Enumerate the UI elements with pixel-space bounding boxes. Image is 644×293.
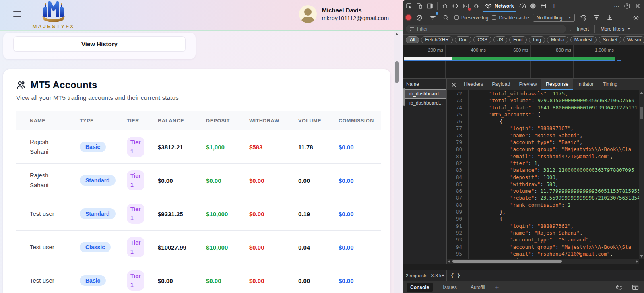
- scroll-right-arrow-icon[interactable]: [636, 260, 638, 263]
- type-chip-wasm[interactable]: Wasm: [623, 36, 644, 43]
- column-header: Name: [30, 118, 80, 124]
- network-settings-gear-icon[interactable]: [631, 13, 641, 23]
- type-chip-media[interactable]: Media: [547, 36, 568, 43]
- code-line: 85"withdraw": 583,: [447, 181, 644, 188]
- type-chip-all[interactable]: All: [406, 36, 419, 43]
- record-network-log-icon[interactable]: [406, 15, 411, 20]
- throttling-select[interactable]: No throttling ▼: [533, 14, 575, 22]
- search-icon[interactable]: [441, 13, 451, 23]
- user-chip[interactable]: Michael Davis mkroy101112@gmail.com: [299, 5, 389, 23]
- elements-tab-icon[interactable]: [450, 1, 460, 11]
- invert-checkbox[interactable]: Invert: [570, 26, 589, 32]
- type-chip-fetchxhr[interactable]: Fetch/XHR: [421, 36, 453, 43]
- detail-tab-initiator[interactable]: Initiator: [573, 79, 598, 90]
- line-number: 75: [447, 111, 462, 118]
- wifi-icon: [485, 3, 492, 9]
- mt5-accounts-card: MT5 Accounts View all your MT5 trading a…: [3, 69, 390, 293]
- filter-toggle-icon[interactable]: [428, 13, 438, 23]
- format-response-button[interactable]: { }: [451, 272, 460, 279]
- page-scrollbar[interactable]: [394, 31, 400, 293]
- response-viewer[interactable]: 72"total_withdrawals": 1175,73"total_vol…: [447, 90, 644, 264]
- export-har-icon[interactable]: [605, 13, 615, 23]
- code-line: 77"login": "888897167",: [447, 125, 644, 132]
- debug-bug-icon[interactable]: [471, 1, 481, 11]
- type-chip-socket[interactable]: Socket: [599, 36, 621, 43]
- type-chip-js[interactable]: JS: [493, 36, 507, 43]
- response-horizontal-scrollbar[interactable]: [447, 259, 639, 264]
- vscroll-thumb[interactable]: [640, 107, 643, 119]
- view-history-button[interactable]: View History: [13, 36, 186, 52]
- close-devtools-icon[interactable]: [633, 1, 642, 11]
- cell-name: Test user: [30, 242, 67, 252]
- scroll-down-arrow-icon[interactable]: [640, 255, 643, 258]
- detail-tab-headers[interactable]: Headers: [460, 79, 487, 90]
- network-tab[interactable]: Network: [482, 0, 517, 12]
- close-detail-icon[interactable]: [448, 80, 460, 89]
- welcome-home-icon[interactable]: [440, 1, 450, 11]
- scroll-left-arrow-icon[interactable]: [448, 260, 450, 263]
- requests-count: 2 requests: [406, 273, 427, 278]
- cell-deposit: $10,000: [206, 210, 249, 217]
- performance-tab-icon[interactable]: [518, 1, 527, 11]
- page-scrollbar-thumb[interactable]: [395, 61, 399, 83]
- preserve-log-checkbox[interactable]: Preserve log: [454, 15, 488, 21]
- request-row[interactable]: ib_dashboard...: [402, 99, 446, 108]
- detail-tab-timing[interactable]: Timing: [598, 79, 622, 90]
- application-tab-icon[interactable]: [539, 1, 548, 11]
- request-row[interactable]: ib_dashboard...: [402, 89, 446, 99]
- disable-cache-checkbox[interactable]: Disable cache: [492, 15, 529, 21]
- add-drawer-tab-icon[interactable]: +: [495, 284, 499, 291]
- browser-page: MAJESTYFX Michael Davis mkroy101112@gmai…: [0, 0, 406, 293]
- checkbox-icon[interactable]: [454, 15, 459, 20]
- network-overview-timeline[interactable]: 200 ms400 ms600 ms800 ms1,000 ms: [402, 45, 644, 79]
- drawer-tab-issues[interactable]: Issues: [439, 283, 460, 292]
- memory-tab-icon[interactable]: [528, 1, 538, 11]
- dock-side-icon[interactable]: [425, 1, 435, 11]
- detail-tab-response[interactable]: Response: [541, 79, 573, 90]
- import-har-icon[interactable]: [592, 13, 601, 23]
- type-badge: Standard: [80, 175, 116, 186]
- overflow-menu-icon[interactable]: ⋯: [612, 1, 621, 11]
- type-chip-font[interactable]: Font: [509, 36, 527, 43]
- type-chip-doc[interactable]: Doc: [455, 36, 471, 43]
- cell-deposit: $1,000: [206, 144, 249, 151]
- type-chip-manifest[interactable]: Manifest: [570, 36, 597, 43]
- drawer-tab-console[interactable]: Console: [407, 283, 433, 292]
- console-tab-icon[interactable]: [461, 1, 471, 11]
- network-conditions-icon[interactable]: [578, 13, 588, 23]
- cell-name: Rajesh Sahani: [30, 137, 67, 157]
- tier-badge: Tier 1: [127, 270, 144, 291]
- name-column-header[interactable]: Name: [402, 79, 446, 89]
- line-number: 79: [447, 139, 462, 146]
- type-chip-img[interactable]: Img: [529, 36, 545, 43]
- cell-balance: $10027.99: [158, 244, 206, 251]
- cell-balance: $0.00: [158, 277, 206, 284]
- drawer-tab-autofill[interactable]: Autofill: [467, 283, 489, 292]
- help-icon[interactable]: [622, 1, 632, 11]
- checkbox-icon[interactable]: [492, 15, 496, 20]
- device-emulation-icon[interactable]: [415, 1, 424, 11]
- requests-scrollbar-thumb[interactable]: [403, 88, 405, 106]
- screencast-icon[interactable]: [614, 283, 624, 292]
- cell-tier: Tier 1: [127, 137, 158, 157]
- cell-withdraw: $0.00: [249, 177, 298, 184]
- clear-network-log-icon[interactable]: [415, 13, 424, 23]
- scroll-up-arrow-icon[interactable]: [395, 33, 398, 35]
- line-number: 77: [447, 125, 462, 132]
- detail-tab-preview[interactable]: Preview: [514, 79, 541, 90]
- response-vertical-scrollbar[interactable]: [639, 90, 644, 259]
- devtools-toolbar: Network + ⋯: [402, 0, 644, 12]
- scroll-up-arrow-icon[interactable]: [640, 92, 643, 94]
- checkbox-icon[interactable]: [570, 27, 574, 31]
- more-filters-button[interactable]: More filters ▼: [601, 26, 630, 32]
- more-tools-plus-icon[interactable]: +: [549, 1, 559, 11]
- detail-tab-payload[interactable]: Payload: [487, 79, 514, 90]
- hscroll-thumb[interactable]: [452, 260, 562, 263]
- inspect-element-icon[interactable]: [404, 1, 414, 11]
- panel-expand-icon[interactable]: [630, 283, 640, 292]
- type-chip-css[interactable]: CSS: [473, 36, 491, 43]
- filter-input[interactable]: Filter: [406, 25, 566, 33]
- hamburger-menu-icon[interactable]: [13, 11, 21, 17]
- card-subtitle: View all your MT5 trading accounts and t…: [16, 94, 390, 101]
- column-header: Tier: [127, 118, 158, 124]
